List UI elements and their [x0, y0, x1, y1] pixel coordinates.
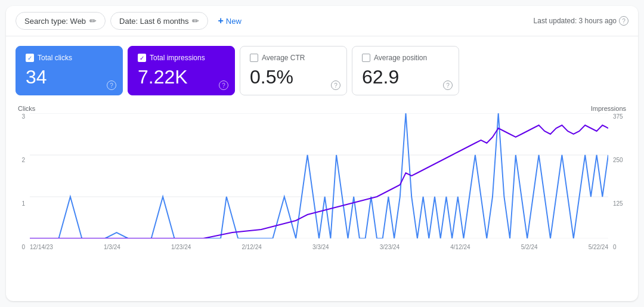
- metric-help-impressions: ?: [219, 79, 228, 91]
- metric-card-average-position[interactable]: Average position 62.9 ?: [352, 46, 459, 95]
- metric-help-clicks: ?: [107, 79, 116, 91]
- metric-value-impressions: 7.22K: [138, 67, 225, 88]
- edit-icon: ✏: [89, 16, 97, 26]
- new-button[interactable]: + New: [213, 12, 246, 30]
- last-updated-help-icon[interactable]: ?: [619, 16, 628, 26]
- chart-svg: [30, 113, 608, 238]
- metric-label-position: Average position: [374, 54, 427, 62]
- metric-value-ctr: 0.5%: [250, 67, 337, 88]
- x-axis-labels: 12/14/23 1/3/24 1/23/24 2/12/24 3/3/24 3…: [30, 238, 608, 250]
- metric-label-impressions: Total impressions: [150, 54, 205, 62]
- new-label: New: [226, 17, 242, 26]
- main-container: Search type: Web ✏ Date: Last 6 months ✏…: [6, 6, 638, 301]
- chart-area: Clicks Impressions 3 2 1 0 375 250 125 0: [6, 105, 638, 260]
- chart-svg-container: [30, 113, 608, 238]
- search-type-filter[interactable]: Search type: Web ✏: [16, 12, 106, 30]
- metric-card-total-clicks[interactable]: ✓ Total clicks 34 ?: [16, 46, 123, 95]
- metric-header-impressions: ✓ Total impressions: [138, 54, 225, 62]
- ctr-help-icon[interactable]: ?: [331, 80, 340, 90]
- metric-label-clicks: Total clicks: [38, 54, 72, 62]
- chart-axis-labels: Clicks Impressions: [16, 105, 628, 112]
- checkbox-impressions: ✓: [138, 54, 146, 62]
- metric-card-average-ctr[interactable]: Average CTR 0.5% ?: [240, 46, 347, 95]
- metrics-row: ✓ Total clicks 34 ? ✓ Total impressions …: [6, 36, 638, 105]
- impressions-help-icon[interactable]: ?: [219, 80, 228, 90]
- clicks-help-icon[interactable]: ?: [107, 80, 116, 90]
- metric-header-clicks: ✓ Total clicks: [26, 54, 113, 62]
- position-help-icon[interactable]: ?: [443, 80, 453, 90]
- y-axis-left: 3 2 1 0: [16, 113, 27, 250]
- chart-wrapper: 3 2 1 0 375 250 125 0: [16, 113, 628, 250]
- checkbox-position: [362, 54, 370, 62]
- last-updated: Last updated: 3 hours ago ?: [534, 16, 628, 26]
- date-label: Date: Last 6 months: [119, 17, 188, 26]
- plus-icon: +: [218, 15, 223, 26]
- last-updated-text: Last updated: 3 hours ago: [534, 17, 617, 25]
- metric-card-total-impressions[interactable]: ✓ Total impressions 7.22K ?: [128, 46, 235, 95]
- search-type-label: Search type: Web: [24, 17, 86, 26]
- edit-icon-date: ✏: [192, 16, 199, 26]
- y-axis-right: 375 250 125 0: [611, 113, 628, 250]
- metric-help-ctr: ?: [331, 79, 340, 91]
- checkbox-ctr: [250, 54, 258, 62]
- metric-label-ctr: Average CTR: [262, 54, 305, 62]
- date-filter[interactable]: Date: Last 6 months ✏: [110, 12, 208, 30]
- right-axis-label: Impressions: [591, 105, 626, 112]
- left-axis-label: Clicks: [18, 105, 35, 112]
- checkbox-clicks: ✓: [26, 54, 34, 62]
- metric-value-clicks: 34: [26, 67, 113, 88]
- metric-value-position: 62.9: [362, 67, 449, 88]
- toolbar: Search type: Web ✏ Date: Last 6 months ✏…: [6, 6, 638, 36]
- metric-header-ctr: Average CTR: [250, 54, 337, 62]
- metric-help-position: ?: [443, 79, 453, 91]
- metric-header-position: Average position: [362, 54, 449, 62]
